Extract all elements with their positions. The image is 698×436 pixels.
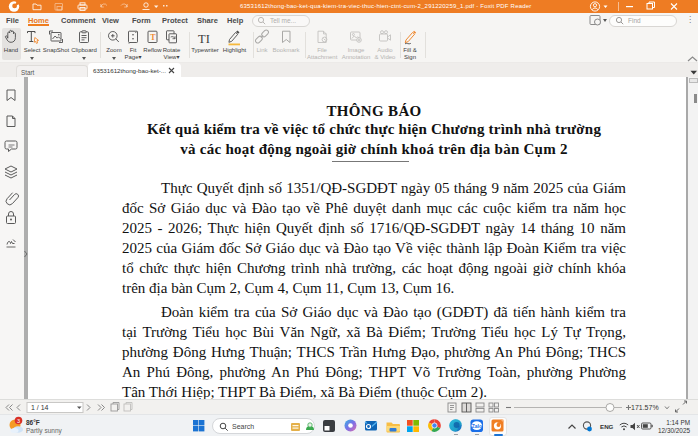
svg-text:T: T: [150, 33, 156, 42]
svg-text:3: 3: [17, 418, 20, 424]
svg-text:TI: TI: [198, 31, 210, 45]
svg-text:Zalo: Zalo: [472, 423, 482, 429]
